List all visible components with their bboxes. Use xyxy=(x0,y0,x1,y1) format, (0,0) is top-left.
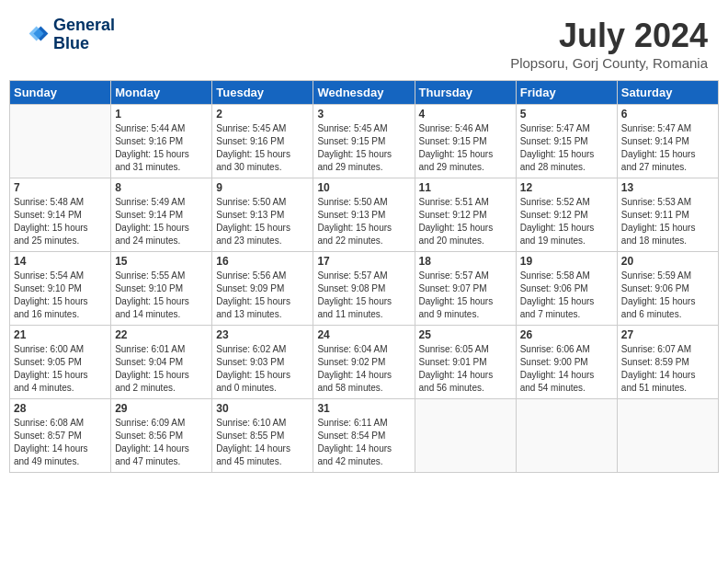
day-number: 20 xyxy=(621,255,714,268)
month-title: July 2024 xyxy=(510,17,708,55)
day-info: Sunrise: 5:50 AM Sunset: 9:13 PM Dayligh… xyxy=(216,196,309,247)
day-info: Sunrise: 5:54 AM Sunset: 9:10 PM Dayligh… xyxy=(14,270,107,321)
calendar-cell: 19Sunrise: 5:58 AM Sunset: 9:06 PM Dayli… xyxy=(516,252,617,326)
calendar-cell: 29Sunrise: 6:09 AM Sunset: 8:56 PM Dayli… xyxy=(111,399,212,473)
day-info: Sunrise: 5:58 AM Sunset: 9:06 PM Dayligh… xyxy=(520,270,613,321)
weekday-header-monday: Monday xyxy=(111,81,212,105)
page-header: General Blue July 2024 Plopsoru, Gorj Co… xyxy=(9,9,719,75)
calendar-cell: 26Sunrise: 6:06 AM Sunset: 9:00 PM Dayli… xyxy=(516,326,617,399)
calendar-cell: 7Sunrise: 5:48 AM Sunset: 9:14 PM Daylig… xyxy=(10,178,111,252)
logo-icon xyxy=(20,20,50,50)
day-info: Sunrise: 5:57 AM Sunset: 9:08 PM Dayligh… xyxy=(317,270,410,321)
day-info: Sunrise: 5:59 AM Sunset: 9:06 PM Dayligh… xyxy=(621,270,714,321)
calendar-cell: 2Sunrise: 5:45 AM Sunset: 9:16 PM Daylig… xyxy=(212,105,313,178)
day-number: 31 xyxy=(317,402,410,415)
day-info: Sunrise: 6:08 AM Sunset: 8:57 PM Dayligh… xyxy=(14,417,107,468)
calendar-cell xyxy=(10,105,111,178)
day-number: 12 xyxy=(520,181,613,194)
day-number: 13 xyxy=(621,181,714,194)
day-info: Sunrise: 5:45 AM Sunset: 9:16 PM Dayligh… xyxy=(216,122,309,174)
calendar-cell: 1Sunrise: 5:44 AM Sunset: 9:16 PM Daylig… xyxy=(111,105,212,178)
day-info: Sunrise: 5:48 AM Sunset: 9:14 PM Dayligh… xyxy=(14,196,107,247)
day-number: 2 xyxy=(216,108,309,121)
logo-text: General Blue xyxy=(53,17,115,53)
day-info: Sunrise: 6:11 AM Sunset: 8:54 PM Dayligh… xyxy=(317,417,410,468)
calendar-cell: 12Sunrise: 5:52 AM Sunset: 9:12 PM Dayli… xyxy=(516,178,617,252)
calendar-cell: 9Sunrise: 5:50 AM Sunset: 9:13 PM Daylig… xyxy=(212,178,313,252)
calendar-cell: 20Sunrise: 5:59 AM Sunset: 9:06 PM Dayli… xyxy=(617,252,718,326)
day-info: Sunrise: 5:46 AM Sunset: 9:15 PM Dayligh… xyxy=(419,122,512,174)
location: Plopsoru, Gorj County, Romania xyxy=(510,55,708,71)
calendar-cell: 17Sunrise: 5:57 AM Sunset: 9:08 PM Dayli… xyxy=(313,252,415,326)
day-number: 1 xyxy=(115,108,208,121)
weekday-header-sunday: Sunday xyxy=(10,81,111,105)
calendar-cell: 8Sunrise: 5:49 AM Sunset: 9:14 PM Daylig… xyxy=(111,178,212,252)
day-number: 26 xyxy=(520,328,613,341)
calendar-cell: 14Sunrise: 5:54 AM Sunset: 9:10 PM Dayli… xyxy=(10,252,111,326)
day-info: Sunrise: 6:05 AM Sunset: 9:01 PM Dayligh… xyxy=(419,343,512,395)
day-info: Sunrise: 5:44 AM Sunset: 9:16 PM Dayligh… xyxy=(115,122,208,174)
day-number: 11 xyxy=(419,181,512,194)
day-number: 18 xyxy=(419,255,512,268)
day-number: 29 xyxy=(115,402,208,415)
day-number: 22 xyxy=(115,328,208,341)
day-number: 4 xyxy=(419,108,512,121)
day-info: Sunrise: 6:06 AM Sunset: 9:00 PM Dayligh… xyxy=(520,343,613,395)
day-info: Sunrise: 5:51 AM Sunset: 9:12 PM Dayligh… xyxy=(419,196,512,247)
calendar-cell: 3Sunrise: 5:45 AM Sunset: 9:15 PM Daylig… xyxy=(313,105,415,178)
calendar-cell: 13Sunrise: 5:53 AM Sunset: 9:11 PM Dayli… xyxy=(617,178,718,252)
weekday-header-thursday: Thursday xyxy=(415,81,516,105)
weekday-header-wednesday: Wednesday xyxy=(313,81,415,105)
calendar-cell: 16Sunrise: 5:56 AM Sunset: 9:09 PM Dayli… xyxy=(212,252,313,326)
calendar-cell: 22Sunrise: 6:01 AM Sunset: 9:04 PM Dayli… xyxy=(111,326,212,399)
logo: General Blue xyxy=(20,17,115,53)
day-number: 30 xyxy=(216,402,309,415)
calendar-cell: 23Sunrise: 6:02 AM Sunset: 9:03 PM Dayli… xyxy=(212,326,313,399)
calendar-cell: 28Sunrise: 6:08 AM Sunset: 8:57 PM Dayli… xyxy=(10,399,111,473)
calendar-table: SundayMondayTuesdayWednesdayThursdayFrid… xyxy=(9,80,719,473)
day-number: 27 xyxy=(621,328,714,341)
day-number: 8 xyxy=(115,181,208,194)
calendar-cell: 18Sunrise: 5:57 AM Sunset: 9:07 PM Dayli… xyxy=(415,252,516,326)
day-info: Sunrise: 5:45 AM Sunset: 9:15 PM Dayligh… xyxy=(317,122,410,174)
weekday-header-tuesday: Tuesday xyxy=(212,81,313,105)
day-info: Sunrise: 6:00 AM Sunset: 9:05 PM Dayligh… xyxy=(14,343,107,395)
week-row-4: 21Sunrise: 6:00 AM Sunset: 9:05 PM Dayli… xyxy=(10,326,719,399)
day-number: 24 xyxy=(317,328,410,341)
calendar-cell: 30Sunrise: 6:10 AM Sunset: 8:55 PM Dayli… xyxy=(212,399,313,473)
calendar-cell: 11Sunrise: 5:51 AM Sunset: 9:12 PM Dayli… xyxy=(415,178,516,252)
day-info: Sunrise: 6:09 AM Sunset: 8:56 PM Dayligh… xyxy=(115,417,208,468)
day-number: 19 xyxy=(520,255,613,268)
calendar-cell xyxy=(415,399,516,473)
calendar-cell: 24Sunrise: 6:04 AM Sunset: 9:02 PM Dayli… xyxy=(313,326,415,399)
week-row-5: 28Sunrise: 6:08 AM Sunset: 8:57 PM Dayli… xyxy=(10,399,719,473)
calendar-cell: 31Sunrise: 6:11 AM Sunset: 8:54 PM Dayli… xyxy=(313,399,415,473)
calendar-cell: 4Sunrise: 5:46 AM Sunset: 9:15 PM Daylig… xyxy=(415,105,516,178)
day-number: 5 xyxy=(520,108,613,121)
title-block: July 2024 Plopsoru, Gorj County, Romania xyxy=(510,17,708,71)
day-info: Sunrise: 6:10 AM Sunset: 8:55 PM Dayligh… xyxy=(216,417,309,468)
day-number: 14 xyxy=(14,255,107,268)
day-number: 7 xyxy=(14,181,107,194)
day-info: Sunrise: 5:56 AM Sunset: 9:09 PM Dayligh… xyxy=(216,270,309,321)
day-number: 10 xyxy=(317,181,410,194)
weekday-header-friday: Friday xyxy=(516,81,617,105)
calendar-cell: 27Sunrise: 6:07 AM Sunset: 8:59 PM Dayli… xyxy=(617,326,718,399)
weekday-header-saturday: Saturday xyxy=(617,81,718,105)
day-number: 21 xyxy=(14,328,107,341)
day-info: Sunrise: 5:47 AM Sunset: 9:14 PM Dayligh… xyxy=(621,122,714,174)
day-info: Sunrise: 5:49 AM Sunset: 9:14 PM Dayligh… xyxy=(115,196,208,247)
day-number: 16 xyxy=(216,255,309,268)
day-number: 25 xyxy=(419,328,512,341)
week-row-3: 14Sunrise: 5:54 AM Sunset: 9:10 PM Dayli… xyxy=(10,252,719,326)
day-number: 6 xyxy=(621,108,714,121)
day-info: Sunrise: 6:07 AM Sunset: 8:59 PM Dayligh… xyxy=(621,343,714,395)
calendar-cell xyxy=(516,399,617,473)
day-info: Sunrise: 5:55 AM Sunset: 9:10 PM Dayligh… xyxy=(115,270,208,321)
day-info: Sunrise: 5:47 AM Sunset: 9:15 PM Dayligh… xyxy=(520,122,613,174)
weekday-header-row: SundayMondayTuesdayWednesdayThursdayFrid… xyxy=(10,81,719,105)
calendar-cell: 21Sunrise: 6:00 AM Sunset: 9:05 PM Dayli… xyxy=(10,326,111,399)
day-info: Sunrise: 5:57 AM Sunset: 9:07 PM Dayligh… xyxy=(419,270,512,321)
day-info: Sunrise: 6:02 AM Sunset: 9:03 PM Dayligh… xyxy=(216,343,309,395)
day-number: 23 xyxy=(216,328,309,341)
